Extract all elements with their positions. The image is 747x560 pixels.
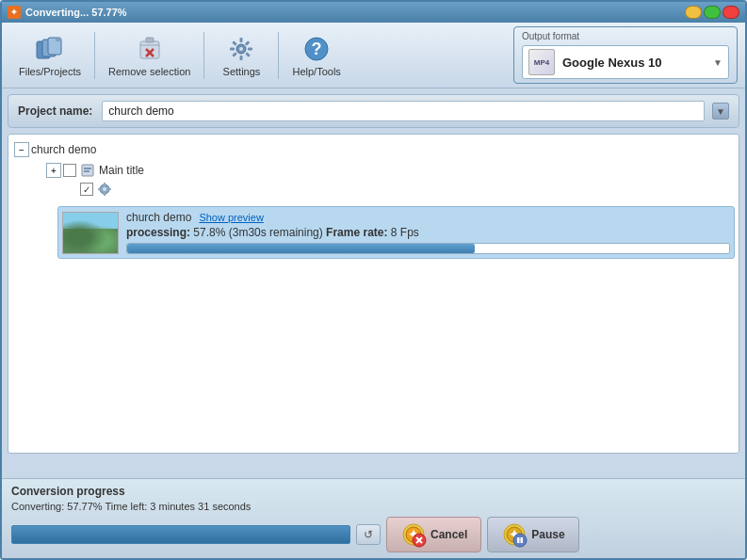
overall-progress-bar [11,525,350,544]
help-tools-icon: ? [301,34,332,64]
output-format-select[interactable]: MP4 Google Nexus 10 ▼ [522,45,729,79]
pause-label: Pause [531,528,564,541]
svg-rect-13 [230,47,235,50]
conversion-status-text: Converting: 57.77% Time left: 3 minutes … [11,501,736,512]
help-tools-label: Help/Tools [292,66,340,77]
output-format-section-label: Output format [522,31,729,41]
remove-selection-label: Remove selection [108,66,190,77]
toolbar-separator-1 [94,32,95,79]
file-status: processing: 57.8% (3m30s remaining) Fram… [126,226,730,239]
output-format-icon: MP4 [528,49,555,75]
pause-button[interactable]: ✦ Pause [487,517,578,552]
files-projects-icon [35,34,65,64]
tree-main-title-icon [80,163,95,178]
tree-root-label: church demo [31,143,96,156]
tree-main-title-node: + Main title [12,159,735,200]
files-projects-button[interactable]: Files/Projects [9,30,90,81]
project-name-row: Project name: ▼ [8,94,739,128]
svg-rect-17 [233,52,238,57]
tree-file-row[interactable]: ✓ [12,180,735,199]
svg-rect-27 [104,193,106,196]
framerate-value: 8 Fps [391,226,419,239]
cancel-icon: ✦ [400,521,427,548]
close-button[interactable] [723,6,739,19]
project-name-label: Project name: [18,104,92,118]
framerate-label: Frame rate: [326,226,387,239]
svg-point-25 [103,187,106,191]
app-icon: ✦ [8,6,21,19]
tree-root-node: − church demo + [12,138,735,202]
help-tools-button[interactable]: ? Help/Tools [283,30,349,81]
tree-file-icon [97,182,112,197]
processing-label: processing: [126,226,190,239]
file-thumbnail-image [63,213,118,253]
bottom-controls: ↺ ✦ Cancel [11,517,736,552]
svg-rect-15 [233,40,238,46]
conversion-progress-label: Conversion progress [11,485,736,498]
processing-percent: 57.8% (3m30s remaining) [193,226,322,239]
file-progress-fill [127,244,475,253]
show-preview-link[interactable]: Show preview [199,212,263,223]
svg-rect-21 [82,165,93,176]
tree-main-title-expand[interactable]: + [46,163,61,178]
pause-icon: ✦ [501,521,528,548]
svg-rect-12 [240,56,243,60]
svg-rect-41 [521,537,524,543]
refresh-button[interactable]: ↺ [356,524,381,545]
svg-rect-28 [98,188,101,190]
file-thumbnail [62,212,119,254]
svg-point-10 [239,47,243,51]
tree-root-row[interactable]: − church demo [12,140,735,159]
tree-main-title-label: Main title [99,164,144,177]
title-bar: ✦ Converting... 57.77% [2,2,745,23]
tree-file-checkbox[interactable]: ✓ [80,183,93,196]
tree-area: − church demo + [8,134,739,454]
file-progress-container [126,243,730,254]
svg-point-39 [513,534,527,547]
svg-marker-3 [56,38,61,41]
files-projects-label: Files/Projects [19,66,81,77]
svg-rect-29 [108,188,111,190]
cancel-label: Cancel [430,528,467,541]
toolbar: Files/Projects Remove selection [2,23,745,88]
svg-rect-14 [248,47,252,50]
svg-rect-4 [140,41,159,58]
file-name: church demo [126,211,191,224]
svg-rect-11 [240,38,243,42]
svg-rect-18 [246,52,252,57]
remove-selection-button[interactable]: Remove selection [99,30,200,81]
maximize-button[interactable] [704,6,721,19]
minimize-button[interactable] [685,6,702,19]
svg-rect-40 [517,537,520,543]
svg-text:?: ? [312,40,322,58]
toolbar-separator-2 [203,32,204,79]
tree-main-title-checkbox[interactable] [63,164,76,177]
cancel-button[interactable]: ✦ Cancel [386,517,481,552]
output-format-name: Google Nexus 10 [562,56,707,70]
file-name-row: church demo Show preview [126,211,730,224]
svg-rect-6 [146,38,154,42]
settings-icon [226,34,256,64]
file-item-detail: church demo Show preview processing: 57.… [57,206,735,259]
content-area: Project name: ▼ − church demo + [2,88,745,558]
project-name-arrow-button[interactable]: ▼ [712,103,729,120]
file-info: church demo Show preview processing: 57.… [126,211,730,254]
window-controls[interactable] [685,6,739,19]
svg-rect-26 [104,183,106,185]
window-title: Converting... 57.77% [25,7,685,18]
bottom-section: Conversion progress Converting: 57.77% T… [2,478,745,558]
remove-selection-icon [135,34,165,64]
output-format-dropdown-arrow[interactable]: ▼ [713,57,723,68]
toolbar-separator-3 [278,32,279,79]
tree-main-title-row[interactable]: + Main title [12,161,735,180]
settings-button[interactable]: Settings [208,30,274,81]
tree-root-expand[interactable]: − [14,142,29,157]
settings-label: Settings [223,66,261,77]
project-name-input[interactable] [102,101,705,121]
output-format-box: Output format MP4 Google Nexus 10 ▼ [513,26,738,84]
svg-rect-16 [245,40,251,46]
